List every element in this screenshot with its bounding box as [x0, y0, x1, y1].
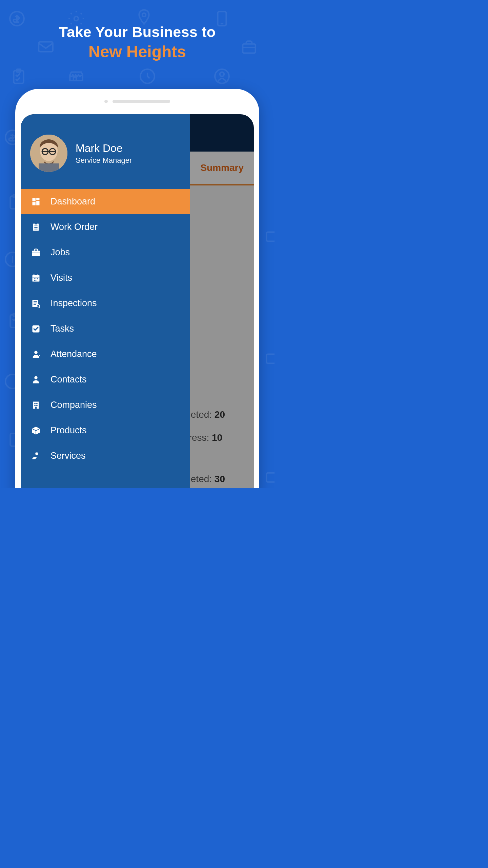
person-icon: [31, 375, 41, 385]
calendar-icon: [31, 273, 41, 283]
nav-item-label: Visits: [50, 273, 72, 283]
dashboard-icon: [31, 197, 41, 207]
svg-rect-29: [33, 198, 36, 201]
svg-point-1: [74, 17, 79, 21]
nav-item-companies[interactable]: Companies: [21, 392, 190, 418]
nav-item-products[interactable]: Products: [21, 418, 190, 443]
nav-item-dashboard[interactable]: Dashboard: [21, 189, 190, 214]
svg-rect-32: [33, 202, 36, 205]
building-icon: [31, 400, 41, 410]
nav-item-label: Attendance: [50, 349, 97, 359]
drawer-header[interactable]: Mark Doe Service Manager: [21, 114, 190, 189]
nav-item-workorder[interactable]: Work Order: [21, 214, 190, 240]
svg-rect-38: [32, 251, 40, 256]
phone-frame: Summary pleted: 20 gress: 10 pleted: 30: [15, 89, 259, 488]
nav-item-label: Tasks: [50, 323, 74, 334]
nav-item-label: Companies: [50, 400, 97, 410]
svg-rect-34: [35, 223, 37, 224]
nav-item-attendance[interactable]: Attendance: [21, 341, 190, 367]
svg-point-54: [37, 305, 39, 307]
svg-rect-50: [34, 301, 37, 302]
nav-item-jobs[interactable]: Jobs: [21, 240, 190, 265]
svg-rect-43: [38, 274, 38, 276]
side-button-1: [258, 269, 259, 313]
svg-rect-25: [42, 151, 56, 152]
svg-rect-37: [34, 229, 37, 229]
screen: Summary pleted: 20 gress: 10 pleted: 30: [21, 114, 254, 488]
avatar: [30, 135, 67, 172]
svg-rect-31: [36, 201, 39, 205]
svg-point-44: [34, 278, 35, 279]
nav-item-label: Work Order: [50, 222, 98, 232]
clipboard-icon: [31, 222, 41, 232]
nav-list: Dashboard Work Order Jobs: [21, 189, 190, 469]
briefcase-icon: [31, 248, 41, 258]
svg-point-46: [37, 278, 38, 279]
inspection-icon: [31, 298, 41, 309]
user-name: Mark Doe: [76, 142, 132, 155]
svg-rect-51: [34, 302, 37, 303]
svg-point-48: [36, 280, 37, 281]
nav-item-label: Inspections: [50, 298, 97, 309]
svg-rect-41: [33, 277, 40, 277]
svg-rect-28: [39, 163, 59, 172]
box-icon: [31, 426, 41, 436]
svg-point-45: [36, 278, 37, 279]
nav-item-services[interactable]: Services: [21, 443, 190, 469]
nav-item-label: Dashboard: [50, 196, 95, 207]
svg-point-58: [34, 376, 37, 379]
tagline-line2: New Heights: [0, 42, 274, 61]
svg-rect-8: [74, 77, 76, 80]
side-button-2: [258, 350, 259, 377]
svg-rect-22: [266, 473, 274, 482]
svg-rect-30: [36, 198, 39, 200]
tagline-line1: Take Your Business to: [0, 24, 274, 40]
svg-point-47: [34, 280, 35, 281]
checkbox-icon: [31, 324, 41, 334]
svg-rect-20: [266, 232, 274, 241]
svg-rect-21: [266, 354, 274, 363]
nav-item-visits[interactable]: Visits: [21, 265, 190, 291]
svg-rect-52: [34, 304, 36, 305]
svg-rect-64: [35, 407, 37, 409]
user-info: Mark Doe Service Manager: [76, 142, 132, 165]
nav-item-inspections[interactable]: Inspections: [21, 291, 190, 316]
svg-rect-35: [34, 225, 37, 226]
services-icon: [31, 451, 41, 461]
svg-rect-63: [36, 405, 38, 406]
user-role: Service Manager: [76, 156, 132, 165]
nav-item-label: Contacts: [50, 374, 87, 385]
nav-item-label: Products: [50, 425, 87, 436]
nav-item-contacts[interactable]: Contacts: [21, 367, 190, 392]
svg-point-11: [220, 72, 224, 77]
svg-rect-62: [34, 405, 36, 406]
svg-rect-60: [34, 403, 36, 404]
svg-rect-42: [34, 274, 34, 276]
tagline: Take Your Business to New Heights: [0, 24, 274, 61]
nav-item-label: Services: [50, 451, 86, 461]
svg-point-2: [142, 13, 146, 17]
svg-rect-36: [34, 227, 37, 228]
navigation-drawer: Mark Doe Service Manager Dashboard Work …: [21, 114, 190, 488]
svg-rect-61: [36, 403, 38, 404]
svg-rect-39: [32, 253, 40, 253]
speaker: [104, 100, 170, 103]
attendance-icon: [31, 349, 41, 359]
nav-item-tasks[interactable]: Tasks: [21, 316, 190, 341]
nav-item-label: Jobs: [50, 247, 70, 258]
svg-point-57: [34, 351, 37, 354]
